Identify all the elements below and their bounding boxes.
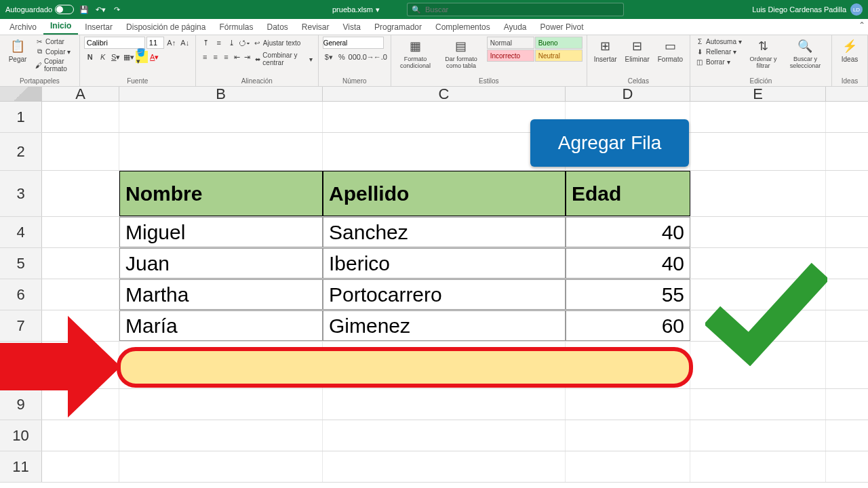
cell[interactable] bbox=[323, 451, 566, 482]
cell[interactable] bbox=[690, 171, 826, 216]
align-right-icon[interactable]: ≡ bbox=[221, 51, 231, 63]
table-cell[interactable]: Portocarrero bbox=[323, 279, 566, 310]
cell[interactable] bbox=[42, 133, 119, 170]
decrease-decimal-icon[interactable]: ←.0 bbox=[374, 51, 387, 63]
table-cell[interactable]: Iberico bbox=[323, 248, 566, 279]
row-header[interactable]: 10 bbox=[0, 420, 42, 451]
autosave-toggle[interactable]: Autoguardado bbox=[5, 5, 74, 14]
cell-styles-gallery[interactable]: Normal Bueno Incorrecto Neutral bbox=[487, 37, 583, 62]
tab-revisar[interactable]: Revisar bbox=[295, 20, 336, 35]
style-normal[interactable]: Normal bbox=[487, 37, 534, 49]
cell[interactable] bbox=[42, 279, 119, 310]
style-good[interactable]: Bueno bbox=[535, 37, 583, 49]
font-name-input[interactable] bbox=[84, 37, 145, 49]
row-header[interactable]: 1 bbox=[0, 102, 42, 132]
tab-disposicion[interactable]: Disposición de página bbox=[119, 20, 212, 35]
col-header-c[interactable]: C bbox=[323, 87, 566, 101]
cell[interactable] bbox=[690, 133, 826, 170]
percent-icon[interactable]: % bbox=[336, 51, 348, 63]
row-header[interactable]: 6 bbox=[0, 279, 42, 310]
find-select-button[interactable]: 🔍Buscar y seleccionar bbox=[783, 37, 827, 70]
table-cell[interactable]: Sanchez bbox=[323, 217, 566, 247]
table-cell[interactable]: Miguel bbox=[119, 217, 323, 247]
currency-icon[interactable]: $▾ bbox=[323, 51, 335, 63]
cell[interactable] bbox=[690, 389, 826, 420]
save-icon[interactable]: 💾 bbox=[78, 3, 90, 16]
cell[interactable] bbox=[323, 133, 566, 170]
clear-button[interactable]: ◫Borrar▾ bbox=[694, 57, 743, 66]
tab-powerpivot[interactable]: Power Pivot bbox=[534, 20, 591, 35]
cut-button[interactable]: ✂Cortar bbox=[34, 37, 75, 46]
table-cell[interactable]: 55 bbox=[566, 279, 690, 310]
search-box[interactable]: 🔍 bbox=[407, 3, 624, 16]
cell[interactable] bbox=[566, 389, 690, 420]
tab-datos[interactable]: Datos bbox=[260, 20, 294, 35]
cell[interactable] bbox=[690, 420, 826, 451]
cell[interactable] bbox=[690, 217, 826, 247]
italic-button[interactable]: K bbox=[97, 51, 109, 63]
insert-cells-button[interactable]: ⊞Insertar bbox=[591, 37, 620, 64]
align-center-icon[interactable]: ≡ bbox=[210, 51, 220, 63]
cell[interactable] bbox=[119, 133, 323, 170]
fill-color-button[interactable]: 🪣▾ bbox=[136, 51, 148, 63]
undo-icon[interactable]: ↶▾ bbox=[94, 3, 106, 16]
bold-button[interactable]: N bbox=[84, 51, 96, 63]
copy-button[interactable]: ⧉Copiar▾ bbox=[34, 47, 75, 56]
cell[interactable] bbox=[323, 420, 566, 451]
shrink-font-icon[interactable]: A↓ bbox=[179, 37, 191, 49]
tab-programador[interactable]: Programador bbox=[368, 20, 429, 35]
wrap-text-button[interactable]: ↩Ajustar texto bbox=[252, 37, 302, 49]
redo-icon[interactable]: ↷ bbox=[111, 3, 123, 16]
tab-vista[interactable]: Vista bbox=[336, 20, 368, 35]
tab-complementos[interactable]: Complementos bbox=[429, 20, 497, 35]
table-cell[interactable]: 60 bbox=[566, 310, 690, 341]
format-cells-button[interactable]: ▭Formato bbox=[655, 37, 686, 64]
cell[interactable] bbox=[42, 102, 119, 132]
cell[interactable] bbox=[119, 102, 323, 132]
format-painter-button[interactable]: 🖌Copiar formato bbox=[34, 57, 75, 73]
table-cell[interactable]: María bbox=[119, 310, 323, 341]
row-header[interactable]: 3 bbox=[0, 171, 42, 216]
align-top-icon[interactable]: ⤒ bbox=[200, 37, 212, 49]
indent-decrease-icon[interactable]: ⇤ bbox=[232, 51, 242, 63]
autosum-button[interactable]: ΣAutosuma▾ bbox=[694, 37, 743, 46]
orientation-icon[interactable]: ⭯▾ bbox=[239, 37, 251, 49]
agregar-fila-button[interactable]: Agregar Fila bbox=[530, 119, 689, 167]
conditional-format-button[interactable]: ▦Formato condicional bbox=[395, 37, 435, 70]
cell[interactable] bbox=[42, 248, 119, 279]
table-cell[interactable]: 40 bbox=[566, 217, 690, 247]
col-header-d[interactable]: D bbox=[566, 87, 690, 101]
style-neutral[interactable]: Neutral bbox=[535, 49, 583, 62]
table-header-edad[interactable]: Edad bbox=[566, 171, 690, 216]
align-bottom-icon[interactable]: ⤓ bbox=[226, 37, 238, 49]
number-format-select[interactable] bbox=[323, 37, 384, 49]
cell[interactable] bbox=[42, 171, 119, 216]
tab-insertar[interactable]: Insertar bbox=[78, 20, 119, 35]
row-header[interactable]: 11 bbox=[0, 451, 42, 482]
collapse-ribbon-icon[interactable]: ⌃ bbox=[859, 20, 865, 30]
align-left-icon[interactable]: ≡ bbox=[200, 51, 210, 63]
cell[interactable] bbox=[119, 389, 323, 420]
font-color-button[interactable]: A▾ bbox=[149, 51, 161, 63]
chevron-down-icon[interactable]: ▾ bbox=[376, 5, 380, 14]
cell[interactable] bbox=[42, 420, 119, 451]
search-input[interactable] bbox=[425, 5, 619, 14]
cell[interactable] bbox=[119, 451, 323, 482]
increase-decimal-icon[interactable]: .0→ bbox=[361, 51, 374, 63]
indent-increase-icon[interactable]: ⇥ bbox=[242, 51, 252, 63]
row-header[interactable]: 4 bbox=[0, 217, 42, 247]
style-bad[interactable]: Incorrecto bbox=[487, 49, 534, 62]
col-header-a[interactable]: A bbox=[42, 87, 119, 101]
sort-filter-button[interactable]: ⇅Ordenar y filtrar bbox=[746, 37, 781, 70]
fill-button[interactable]: ⬇Rellenar▾ bbox=[694, 47, 743, 56]
col-header-b[interactable]: B bbox=[119, 87, 323, 101]
font-size-input[interactable] bbox=[146, 37, 164, 49]
cell[interactable] bbox=[566, 420, 690, 451]
merge-center-button[interactable]: ⬌Combinar y centrar▾ bbox=[253, 51, 314, 67]
grow-font-icon[interactable]: A↑ bbox=[165, 37, 178, 49]
table-cell[interactable]: Martha bbox=[119, 279, 323, 310]
select-all-corner[interactable] bbox=[0, 87, 42, 101]
table-cell[interactable]: 40 bbox=[566, 248, 690, 279]
col-header-e[interactable]: E bbox=[690, 87, 826, 101]
thousands-icon[interactable]: 000 bbox=[349, 51, 361, 63]
